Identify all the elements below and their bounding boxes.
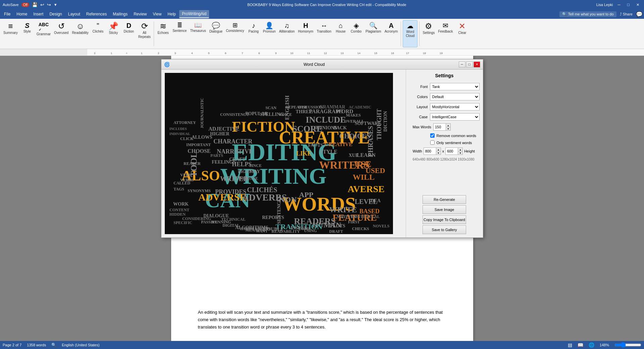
ribbon-sentence[interactable]: ≣ Sentence <box>171 20 188 47</box>
copy-clipboard-button[interactable]: Copy Image To Clipboard <box>423 215 466 224</box>
dialog-minimize[interactable]: ─ <box>459 61 465 68</box>
svg-text:USED: USED <box>365 166 385 175</box>
svg-text:SOFTWARE: SOFTWARE <box>355 121 381 126</box>
only-sentiment-checkbox[interactable] <box>430 140 435 145</box>
pronoun-label: Pronoun <box>263 30 276 34</box>
web-view-icon[interactable]: 🌐 <box>589 342 594 348</box>
ribbon-alliteration[interactable]: ♫ Alliteration <box>278 20 296 47</box>
svg-text:DRAFT: DRAFT <box>329 229 343 234</box>
thesaurus-icon: 📖 <box>194 22 202 28</box>
svg-text:PROVIDES: PROVIDES <box>215 188 246 195</box>
save-image-button[interactable]: Save Image <box>423 205 466 214</box>
spinbox-down[interactable]: ▼ <box>446 127 450 130</box>
zoom-level: 148% <box>600 343 609 347</box>
max-words-input[interactable] <box>434 124 446 130</box>
dialog-close[interactable]: ✕ <box>474 61 480 68</box>
ribbon-thesaurus[interactable]: 📖 Thesaurus <box>189 20 207 47</box>
svg-text:DISCUSSION: DISCUSSION <box>298 105 323 110</box>
ribbon-echoes[interactable]: ≋ Echoes <box>156 20 170 47</box>
svg-text:14: 14 <box>357 52 360 55</box>
menu-view[interactable]: View <box>150 10 164 18</box>
case-select[interactable]: IntelligentCase Uppercase Lowercase <box>430 113 480 121</box>
max-words-spinbox: ▲ ▼ <box>433 123 451 131</box>
menu-design[interactable]: Design <box>47 10 64 18</box>
svg-text:3: 3 <box>175 52 176 55</box>
comments-button[interactable]: 💬 <box>636 11 643 17</box>
height-spinbox-up[interactable]: ▲ <box>458 148 462 151</box>
svg-text:AVERSE: AVERSE <box>348 184 385 194</box>
maximize-button[interactable]: □ <box>625 2 632 8</box>
ribbon-settings[interactable]: ⚙ Settings <box>421 20 436 47</box>
menu-review[interactable]: Review <box>131 10 149 18</box>
ribbon-grammar[interactable]: ABC✓ Grammar <box>35 20 52 47</box>
menu-references[interactable]: References <box>84 10 109 18</box>
size-presets[interactable]: 640x480 800x600 1280x1024 1920x1080 <box>409 158 480 161</box>
font-select[interactable]: Tank Arial Times New Roman <box>430 83 480 90</box>
dialog-titlebar[interactable]: 🌀 Word Cloud ─ □ ✕ <box>161 59 483 70</box>
menu-bar: File Home Insert Design Layout Reference… <box>0 9 644 19</box>
layout-select[interactable]: MostlyHorizontal Horizontal Vertical Ran… <box>430 103 480 111</box>
ribbon-house[interactable]: ⌂ House <box>333 20 348 47</box>
dialog-content: EDITING WRITING CREATIVE CAN WORDS FICTI… <box>161 70 483 237</box>
menu-mailings[interactable]: Mailings <box>110 10 130 18</box>
ribbon-plagiarism[interactable]: 🔍 Plagiarism <box>364 20 383 47</box>
ribbon-readability[interactable]: ☺ Readability <box>70 20 90 47</box>
ribbon-feedback[interactable]: ✉ Feedback <box>437 20 454 47</box>
ribbon-clear[interactable]: ✕ Clear <box>455 20 469 47</box>
svg-text:VERBS: VERBS <box>180 178 194 182</box>
layout-view-icon[interactable]: ▤ <box>568 342 572 348</box>
ribbon-summary[interactable]: ≡ Summary <box>2 20 19 47</box>
save-icon[interactable]: 💾 <box>32 2 38 7</box>
share-button[interactable]: ⤴ Share <box>620 12 633 16</box>
ribbon-overused[interactable]: ↺ Overused <box>53 20 70 47</box>
height-input[interactable] <box>446 148 458 155</box>
menu-layout[interactable]: Layout <box>65 10 83 18</box>
ribbon-homonym[interactable]: H Homonym <box>297 20 315 47</box>
ribbon-diction[interactable]: D Diction <box>121 20 136 47</box>
ribbon-transition[interactable]: ↔ Transition <box>315 20 333 47</box>
ruler: 2 1 + 1 2 3 4 5 6 7 8 9 10 11 12 13 14 1… <box>0 49 644 56</box>
ribbon-dialogue[interactable]: 💬 Dialogue <box>208 20 224 47</box>
zoom-slider[interactable] <box>614 342 641 348</box>
close-button[interactable]: ✕ <box>634 2 641 8</box>
ribbon-style[interactable]: S Style <box>20 20 35 47</box>
customize-icon[interactable]: ▼ <box>54 3 57 7</box>
width-spinbox-up[interactable]: ▲ <box>436 148 441 151</box>
menu-home[interactable]: Home <box>14 10 30 18</box>
autosave-toggle[interactable]: Off <box>21 3 29 7</box>
dialog-maximize[interactable]: □ <box>466 61 473 68</box>
regenerate-button[interactable]: Re-Generate <box>423 195 466 204</box>
ribbon-cliches[interactable]: " Clichés <box>91 20 105 47</box>
ribbon-combo[interactable]: ◈ Combo <box>349 20 363 47</box>
menu-help[interactable]: Help <box>165 10 179 18</box>
spinbox-buttons: ▲ ▼ <box>446 124 450 130</box>
svg-text:7: 7 <box>242 52 243 55</box>
undo-icon[interactable]: ↩ <box>40 2 44 7</box>
minimize-button[interactable]: ─ <box>615 2 623 8</box>
width-input[interactable] <box>424 148 436 155</box>
ribbon-all-repeats[interactable]: ⟳ All Repeats <box>137 20 152 47</box>
word-cloud-icon: ☁ <box>407 23 413 29</box>
save-gallery-button[interactable]: Save to Gallery <box>423 225 466 234</box>
height-spinbox-down[interactable]: ▼ <box>458 151 462 155</box>
menu-prowritingaid[interactable]: ProWritingAid <box>179 10 209 18</box>
menu-file[interactable]: File <box>1 10 13 18</box>
menu-insert[interactable]: Insert <box>31 10 46 18</box>
remove-common-checkbox[interactable] <box>430 133 435 138</box>
search-bar[interactable]: 🔍 Tell me what you want to do <box>559 11 616 17</box>
spinbox-up[interactable]: ▲ <box>446 124 450 127</box>
ribbon-sticky[interactable]: 📌 Sticky <box>106 20 121 47</box>
ribbon-acronym[interactable]: A Acronym <box>383 20 399 47</box>
ribbon-pronoun[interactable]: 👤 Pronoun <box>262 20 277 47</box>
pronoun-icon: 👤 <box>265 22 274 29</box>
main-area: 🌀 Word Cloud ─ □ ✕ EDITING WRITING <box>0 56 644 341</box>
ribbon-word-cloud[interactable]: ☁ Word Cloud <box>403 20 417 47</box>
read-mode-icon[interactable]: 📖 <box>578 342 583 348</box>
svg-text:9: 9 <box>275 52 277 55</box>
plagiarism-icon: 🔍 <box>369 22 378 29</box>
redo-icon[interactable]: ↪ <box>47 2 51 7</box>
width-spinbox-down[interactable]: ▼ <box>436 151 441 155</box>
colors-select[interactable]: Default Ocean Sunset <box>430 93 480 100</box>
ribbon-consistency[interactable]: ⊞ Consistency <box>225 20 245 47</box>
ribbon-pacing[interactable]: ♪ Pacing <box>246 20 261 47</box>
